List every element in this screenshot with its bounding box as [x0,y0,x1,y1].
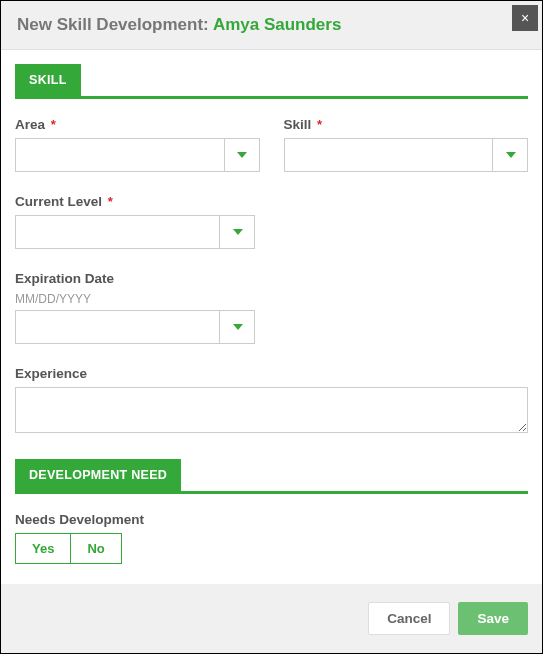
new-skill-development-modal: New Skill Development: Amya Saunders × S… [0,0,543,654]
section-development-need: DEVELOPMENT NEED Needs Development Yes N… [15,459,528,564]
cancel-button[interactable]: Cancel [368,602,450,635]
area-label: Area * [15,117,260,132]
modal-title: New Skill Development: Amya Saunders [17,15,341,34]
dev-need-section-tab: DEVELOPMENT NEED [15,459,181,491]
field-area: Area * [15,117,260,172]
modal-title-person: Amya Saunders [213,15,342,34]
required-marker: * [108,194,113,209]
needs-development-toggle: Yes No [15,533,122,564]
modal-body: SKILL Area * [1,50,542,584]
field-skill: Skill * [284,117,529,172]
field-current-level: Current Level * [15,194,255,249]
section-divider [15,96,528,99]
needs-dev-yes-button[interactable]: Yes [16,534,70,563]
expiration-date-select[interactable] [15,310,255,344]
save-button[interactable]: Save [458,602,528,635]
field-expiration-date: Expiration Date MM/DD/YYYY [15,271,255,344]
expiration-date-hint: MM/DD/YYYY [15,292,255,306]
current-level-label: Current Level * [15,194,255,209]
required-marker: * [317,117,322,132]
skill-label: Skill * [284,117,529,132]
expiration-date-label: Expiration Date [15,271,255,286]
close-button[interactable]: × [512,5,538,31]
required-marker: * [51,117,56,132]
skill-select[interactable] [284,138,529,172]
field-needs-development: Needs Development Yes No [15,512,528,564]
field-experience: Experience [15,366,528,437]
experience-textarea[interactable] [15,387,528,433]
current-level-select[interactable] [15,215,255,249]
modal-title-prefix: New Skill Development: [17,15,213,34]
section-skill: SKILL Area * [15,64,528,437]
modal-header: New Skill Development: Amya Saunders × [1,1,542,50]
skill-section-tab: SKILL [15,64,81,96]
close-icon: × [521,10,529,26]
needs-development-label: Needs Development [15,512,528,527]
section-divider [15,491,528,494]
modal-footer: Cancel Save [1,584,542,653]
experience-label: Experience [15,366,528,381]
needs-dev-no-button[interactable]: No [70,534,120,563]
area-select[interactable] [15,138,260,172]
